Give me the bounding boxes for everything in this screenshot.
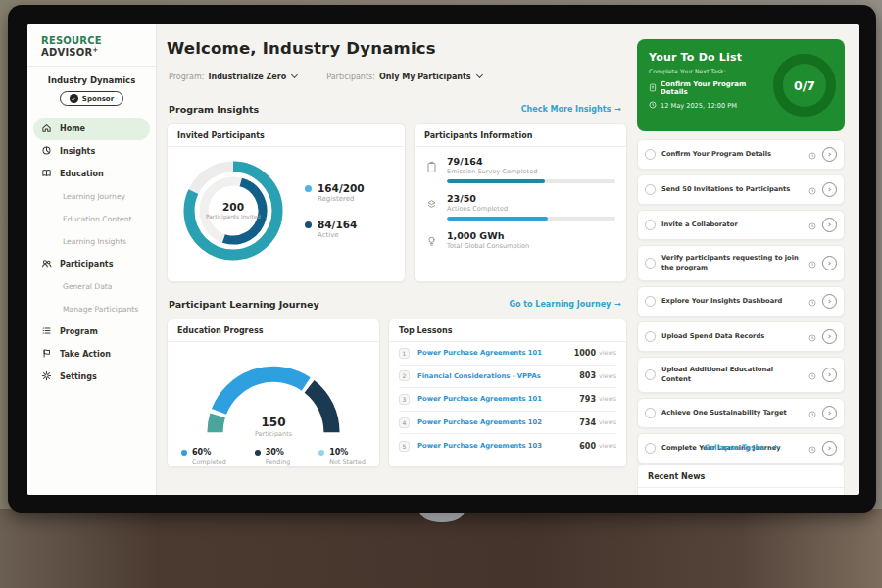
task-checkbox[interactable]	[645, 149, 656, 160]
todo-due-date: 12 May 2025, 12:00 PM	[661, 102, 737, 110]
task-chevron-icon[interactable]: ›	[822, 256, 837, 270]
sidebar-item-learning-journey[interactable]: Learning Journey	[33, 185, 150, 208]
task-chevron-icon[interactable]: ›	[822, 368, 837, 382]
lesson-rank: 3	[399, 394, 410, 405]
todo-task[interactable]: Verify participants requesting to join t…	[637, 245, 845, 281]
education-progress-card: Education Progress 150 Participants	[167, 318, 380, 467]
education-progress-card-title: Education Progress	[168, 319, 379, 342]
sidebar-item-participants[interactable]: Participants	[33, 253, 150, 275]
task-checkbox[interactable]	[645, 408, 656, 418]
todo-title: Your To Do List	[649, 51, 772, 64]
task-chevron-icon[interactable]: ›	[822, 218, 837, 232]
todo-progress-value: 0/7	[794, 78, 815, 93]
invited-participants-card: Invited Participants 200 Participants In…	[167, 123, 406, 282]
lesson-row: 1 Power Purchase Agreements 101 1000 vie…	[399, 342, 616, 366]
program-filter[interactable]: Program:Industrialize Zero	[169, 73, 297, 81]
sidebar-item-program[interactable]: Program	[33, 320, 150, 343]
todo-panel: Your To Do List Complete Your Next Task:…	[637, 24, 845, 495]
sponsor-badge[interactable]: Sponsor	[60, 91, 123, 106]
arrow-right-icon: →	[614, 105, 621, 114]
arrow-right-icon: →	[614, 300, 621, 309]
todo-task[interactable]: Confirm Your Program Details ›	[637, 139, 845, 170]
go-to-learning-journey-link[interactable]: Go to Learning Journey→	[509, 300, 621, 309]
education-progress-gauge: 150 Participants	[190, 352, 357, 438]
sidebar-item-manage-participants[interactable]: Manage Participants	[33, 298, 150, 320]
todo-progress-ring: 0/7	[773, 54, 836, 117]
flag-icon	[41, 348, 52, 361]
stat-global-consumption: 1,000 GWh Total Global Consumption	[425, 230, 615, 252]
sidebar-program-name: Industry Dynamics	[31, 75, 152, 85]
sidebar-item-education[interactable]: Education	[33, 163, 150, 185]
task-checkbox[interactable]	[645, 369, 656, 380]
lesson-row: 2 Financial Considerations - VPPAs 803 v…	[399, 366, 616, 389]
task-chevron-icon[interactable]: ›	[822, 294, 837, 309]
todo-task-list: Confirm Your Program Details › Send 50 I…	[637, 139, 845, 464]
task-chevron-icon[interactable]: ›	[822, 406, 837, 420]
logo-resource: RESOURCE	[41, 35, 102, 46]
lesson-row: 3 Power Purchase Agreements 101 793 view…	[399, 388, 616, 412]
participants-information-card-title: Participants Information	[415, 124, 626, 147]
clock-icon	[808, 292, 816, 311]
sidebar-item-settings[interactable]: Settings	[33, 366, 150, 388]
task-checkbox[interactable]	[645, 184, 656, 195]
invited-participants-donut-chart: 200 Participants Invited	[173, 151, 293, 270]
consumption-icon	[425, 230, 439, 252]
lesson-rank: 5	[399, 441, 410, 452]
task-chevron-icon[interactable]: ›	[822, 329, 837, 344]
stat-emission-survey: 79/164 Emission Survey Completed	[425, 156, 615, 183]
task-chevron-icon[interactable]: ›	[822, 147, 837, 162]
check-more-insights-link[interactable]: Check More Insights→	[521, 105, 621, 114]
lesson-row: 4 Power Purchase Agreements 102 734 view…	[399, 412, 616, 435]
lesson-link[interactable]: Power Purchase Agreements 101	[417, 395, 579, 403]
todo-task[interactable]: Explore Your Insights Dashboard ›	[637, 286, 845, 317]
document-icon	[649, 83, 657, 94]
gauge-center-label: Participants	[190, 430, 357, 438]
donut-center-value: 200	[222, 201, 244, 213]
task-checkbox[interactable]	[645, 258, 656, 269]
collapse-tasks-link[interactable]: Collapse Tasks	[637, 443, 845, 452]
gauge-completed-segment	[219, 374, 306, 412]
todo-subtitle: Complete Your Next Task:	[649, 68, 772, 74]
todo-task[interactable]: Achieve One Sustainability Target ›	[637, 398, 845, 428]
logo-plus: +	[92, 46, 98, 54]
lesson-link[interactable]: Financial Considerations - VPPAs	[417, 372, 579, 380]
sidebar: RESOURCE ADVISOR+ Industry Dynamics Spon…	[27, 24, 157, 495]
todo-task[interactable]: Invite a Collaborator ›	[637, 210, 845, 240]
sidebar-item-take-action[interactable]: Take Action	[33, 343, 150, 366]
lesson-link[interactable]: Power Purchase Agreements 102	[417, 418, 579, 426]
sidebar-item-home[interactable]: Home	[33, 118, 150, 140]
sidebar-item-learning-insights[interactable]: Learning Insights	[33, 230, 150, 253]
task-checkbox[interactable]	[645, 331, 656, 342]
sidebar-item-insights[interactable]: Insights	[33, 140, 150, 163]
monitor-bezel: RESOURCE ADVISOR+ Industry Dynamics Spon…	[8, 5, 876, 513]
top-lessons-card: Top Lessons 1 Power Purchase Agreements …	[388, 318, 627, 467]
todo-task[interactable]: Send 50 Invitations to Participants ›	[637, 174, 845, 205]
task-checkbox[interactable]	[645, 296, 656, 307]
chevron-up-icon	[772, 445, 779, 452]
learning-journey-title: Participant Learning Journey	[169, 299, 319, 310]
book-icon	[41, 168, 52, 180]
sidebar-item-general-data[interactable]: General Data	[33, 275, 150, 298]
home-icon	[41, 122, 52, 135]
task-chevron-icon[interactable]: ›	[822, 182, 837, 197]
legend-active: 84/164 Active	[305, 219, 365, 239]
participants-filter[interactable]: Participants:Only My Participants	[326, 73, 481, 81]
clock-icon	[808, 145, 816, 164]
clock-icon	[808, 254, 816, 272]
clock-icon	[808, 404, 816, 422]
lesson-rank: 2	[399, 370, 410, 381]
chevron-down-icon	[291, 72, 298, 78]
lesson-link[interactable]: Power Purchase Agreements 101	[417, 349, 574, 357]
people-icon	[41, 258, 52, 270]
invited-participants-card-title: Invited Participants	[168, 124, 405, 147]
sidebar-item-education-content[interactable]: Education Content	[33, 208, 150, 230]
lesson-rank: 4	[399, 417, 410, 428]
task-checkbox[interactable]	[645, 220, 656, 230]
recent-news-title: Recent News	[638, 465, 844, 488]
donut-center-label: Participants Invited	[206, 214, 261, 220]
clock-icon	[808, 327, 816, 346]
list-icon	[41, 325, 52, 338]
todo-task[interactable]: Upload Spend Data Records ›	[637, 321, 845, 352]
lesson-link[interactable]: Power Purchase Agreements 103	[417, 442, 579, 450]
todo-task[interactable]: Upload Additional Educational Content ›	[637, 357, 845, 393]
